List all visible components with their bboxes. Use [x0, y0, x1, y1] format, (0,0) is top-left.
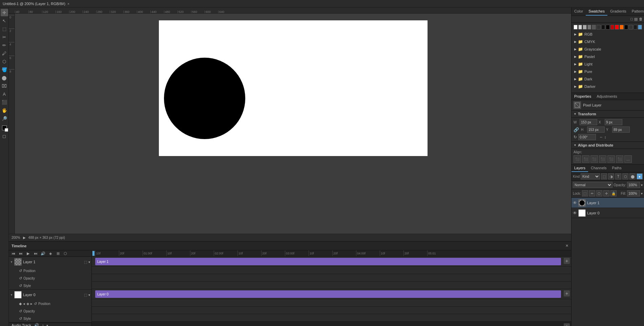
audio-mute-icon[interactable]: 🔊 — [34, 323, 39, 326]
transform-header[interactable]: ▼ Transform — [572, 111, 644, 118]
align-right-btn[interactable]: ⬛ — [590, 155, 598, 163]
timeline-layer-0-keyframe-icon[interactable]: ⬚ — [84, 293, 87, 297]
align-bottom-btn[interactable]: ⬛ — [616, 155, 623, 163]
swatch-dark1[interactable] — [629, 25, 633, 30]
tab-adjustments[interactable]: Adjustments — [594, 93, 620, 100]
tab-gradients[interactable]: Gradients — [607, 7, 629, 16]
lock-transparent-btn[interactable]: ⬚ — [582, 190, 588, 196]
swatch-group-grayscale-header[interactable]: ▶ 📁 Grayscale — [574, 46, 642, 53]
layer-entry-0[interactable]: 👁 Layer 0 — [572, 208, 644, 218]
swatch-white[interactable] — [574, 25, 578, 30]
timeline-goto-start[interactable]: ⏮ — [10, 250, 16, 256]
tool-type[interactable]: A — [1, 90, 8, 98]
swatch-dark2[interactable] — [633, 25, 638, 30]
timeline-close-icon[interactable]: ✕ — [565, 244, 568, 248]
tab-channels[interactable]: Channels — [588, 165, 609, 172]
align-header[interactable]: ▼ Align and Distribute — [572, 142, 644, 149]
timeline-keyframe[interactable]: ◈ — [47, 250, 54, 256]
swatch-group-dark-header[interactable]: ▶ 📁 Dark — [574, 76, 642, 82]
timeline-layer-1-row[interactable]: ▼ Layer 1 ⬚ ▾ — [9, 257, 91, 267]
tab-swatches[interactable]: Swatches — [586, 7, 607, 16]
track-add-layer-0[interactable]: + — [564, 290, 570, 296]
track-bar-layer-0[interactable]: Layer 0 — [95, 290, 561, 298]
timeline-add-keyframe[interactable]: ⊞ — [55, 250, 61, 256]
tool-gradient[interactable]: 🪣 — [1, 66, 8, 73]
align-center-v-btn[interactable]: ⬛ — [607, 155, 615, 163]
canvas-area[interactable] — [15, 14, 571, 234]
opacity-arrow-icon[interactable]: ▾ — [641, 183, 643, 187]
swatch-new-icon[interactable]: □ — [630, 17, 633, 21]
tool-brush[interactable]: ✏ — [1, 41, 8, 49]
swatch-black2[interactable] — [624, 25, 628, 30]
l0-chevron-right[interactable]: ▸ — [30, 302, 33, 306]
tool-dodge[interactable]: ⬤ — [1, 74, 8, 81]
layer-1-visibility-icon[interactable]: 👁 — [573, 200, 577, 205]
tool-select[interactable]: ↖ — [1, 17, 8, 24]
fill-input[interactable] — [627, 190, 640, 196]
swatch-darkred[interactable] — [610, 25, 615, 30]
swatch-group-cmyk-header[interactable]: ▶ 📁 CMYK — [574, 38, 642, 45]
tab-paths[interactable]: Paths — [609, 165, 624, 172]
timeline-audio[interactable]: 🔊 — [40, 250, 46, 256]
tab-layers[interactable]: Layers — [572, 165, 588, 172]
tab-color[interactable]: Color — [572, 7, 586, 16]
filter-pixel-icon[interactable]: ⬚ — [601, 173, 607, 179]
swatch-darkgray[interactable] — [592, 25, 596, 30]
swatch-charcoal[interactable] — [597, 25, 601, 30]
arrow-icon[interactable]: ▶ — [23, 236, 26, 239]
audio-expand-icon[interactable]: ▾ — [46, 324, 48, 326]
x-input[interactable] — [605, 119, 622, 125]
filter-shape-icon[interactable]: ⬡ — [622, 173, 628, 179]
lock-all-btn[interactable]: 🔒 — [610, 190, 617, 196]
filter-smart-icon[interactable]: ⬤ — [629, 173, 636, 179]
transform-lock-icon[interactable]: 🔗 — [574, 127, 579, 132]
timeline-step-forward[interactable]: ⏭ — [33, 250, 39, 256]
tool-crop[interactable]: ⬚ — [1, 25, 8, 33]
lock-paint-btn[interactable]: ✏ — [589, 190, 595, 196]
swatch-group-pastel-header[interactable]: ▶ 📁 Pastel — [574, 53, 642, 60]
tool-fg-bg[interactable] — [1, 124, 8, 132]
lock-move-btn[interactable]: ✛ — [603, 190, 609, 196]
timeline-layer-1-keyframe-icon[interactable]: ⬚ — [84, 260, 87, 264]
swatch-folder-icon[interactable]: ▤ — [634, 17, 638, 21]
layers-filter-select[interactable]: Kind — [581, 173, 600, 179]
tool-clone[interactable]: 🖊 — [1, 50, 8, 57]
filter-type-icon[interactable]: T — [615, 173, 621, 179]
timeline-layer-1-options-icon[interactable]: ▾ — [88, 260, 90, 264]
track-add-audio[interactable]: + — [564, 323, 570, 326]
audio-note-icon[interactable]: ♪ — [42, 323, 44, 326]
tool-zoom[interactable]: 🔎 — [1, 115, 8, 122]
layer-0-visibility-icon[interactable]: 👁 — [573, 211, 577, 215]
swatch-orange[interactable] — [620, 25, 624, 30]
filter-toggle[interactable]: ● — [637, 173, 643, 179]
tool-quickmask[interactable]: ◻ — [1, 132, 8, 140]
l0-add-kf[interactable]: ◈ — [26, 302, 29, 306]
tool-eraser[interactable]: ⬡ — [1, 58, 8, 65]
swatch-blue[interactable] — [638, 25, 642, 30]
timeline-layer-0-options-icon[interactable]: ▾ — [88, 293, 90, 297]
width-input[interactable] — [580, 119, 597, 125]
swatch-group-rgb-header[interactable]: ▶ 📁 RGB — [574, 31, 642, 38]
l0-chevron-left[interactable]: ◂ — [23, 302, 25, 306]
height-input[interactable] — [587, 127, 605, 133]
close-document-button[interactable]: × — [67, 2, 69, 6]
fill-arrow-icon[interactable]: ▾ — [641, 192, 643, 195]
layer-0-expand-icon[interactable]: ▼ — [10, 293, 13, 296]
tool-move[interactable]: ✛ — [1, 9, 8, 16]
tab-properties[interactable]: Properties — [572, 93, 594, 100]
lock-artboard-btn[interactable]: ⬡ — [596, 190, 602, 196]
tool-heal[interactable]: ✂ — [1, 33, 8, 41]
timeline-step-back[interactable]: ⏭ — [18, 250, 24, 256]
swatch-midgray[interactable] — [587, 25, 591, 30]
track-bar-layer-1[interactable]: Layer 1 — [95, 258, 561, 265]
flip-h-icon[interactable]: ↔ — [599, 135, 603, 139]
swatch-black[interactable] — [606, 25, 610, 30]
timeline-play[interactable]: ▶ — [25, 250, 31, 256]
flip-v-icon[interactable]: ↕ — [604, 135, 606, 139]
distribute-options-btn[interactable]: … — [624, 155, 632, 163]
layer-1-expand-icon[interactable]: ▼ — [10, 261, 13, 264]
tool-hand[interactable]: 🖐 — [1, 107, 8, 114]
timeline-options[interactable]: ⬡ — [62, 250, 68, 256]
tool-shape[interactable]: ⬛ — [1, 98, 8, 106]
y-input[interactable] — [612, 127, 630, 133]
